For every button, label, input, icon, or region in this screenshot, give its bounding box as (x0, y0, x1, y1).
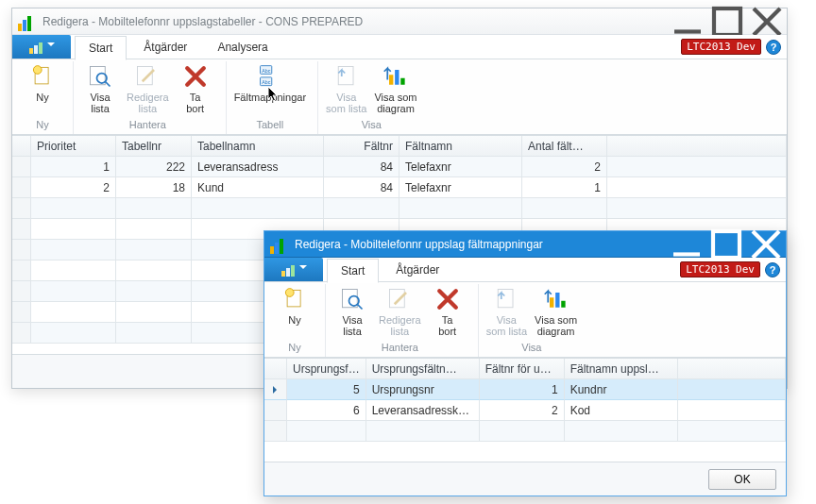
cell-filler (607, 177, 787, 198)
cell-faltnamn[interactable]: Telefaxnr (400, 177, 522, 198)
show-as-chart-button[interactable]: Visa somdiagram (531, 284, 581, 342)
cell-tabellnamn[interactable]: Leveransadress (192, 157, 324, 177)
cell-ursprf[interactable]: 5 (287, 379, 366, 400)
cell-ursprf[interactable]: 6 (287, 400, 366, 421)
ribbon: Ny Ny Visalista Redigeralista Tabort (264, 282, 786, 358)
tab-start[interactable]: Start (327, 259, 379, 283)
row-marker-header (264, 359, 287, 379)
close-button[interactable] (746, 231, 786, 258)
svg-point-5 (33, 66, 42, 75)
grid-area[interactable]: Ursprungsf… Ursprungsfältn… Fältnr för u… (264, 358, 786, 462)
cell-prioritet[interactable]: 1 (31, 157, 116, 177)
delete-x-icon (434, 286, 461, 312)
cell-faltnru[interactable]: 2 (480, 400, 565, 421)
edit-list-button[interactable]: Redigeralista (123, 61, 173, 119)
show-as-list-button[interactable]: Visasom lista (322, 61, 370, 119)
row-marker (12, 177, 31, 198)
ribbon-group-tabell: AbcAbc Fältmappningar Tabell (227, 61, 318, 134)
table-row[interactable]: 2 18 Kund 84 Telefaxnr 1 (12, 177, 787, 198)
ribbon-group-visa: Visasom lista Visa somdiagram Visa (479, 284, 588, 357)
col-faltnr[interactable]: Fältnr (324, 136, 400, 157)
help-icon[interactable]: ? (765, 262, 780, 277)
titlebar[interactable]: Redigera - Mobiltelefonnr uppslag fältma… (264, 231, 786, 258)
minimize-button[interactable] (668, 8, 707, 35)
cell-faltnru[interactable]: 1 (480, 379, 565, 400)
view-list-button[interactable]: Visalista (77, 61, 123, 119)
file-menu-button[interactable] (264, 258, 323, 281)
cell-tabellnr[interactable]: 18 (116, 177, 192, 198)
cell-antal[interactable]: 2 (522, 157, 607, 177)
col-prioritet[interactable]: Prioritet (31, 136, 116, 157)
view-list-button[interactable]: Visalista (330, 284, 375, 342)
cell-tabellnr[interactable]: 222 (116, 157, 192, 177)
cell-ursprfn[interactable]: Ursprungsnr (366, 379, 480, 400)
cell-faltnr[interactable]: 84 (324, 157, 400, 177)
svg-rect-19 (713, 231, 740, 258)
file-menu-button[interactable] (12, 35, 71, 59)
btn-label: Redigeralista (379, 314, 421, 337)
cell-antal[interactable]: 1 (522, 177, 607, 198)
table-row[interactable] (12, 198, 787, 219)
btn-label: Ny (36, 92, 48, 103)
svg-text:Abc: Abc (262, 79, 270, 85)
edit-list-button[interactable]: Redigeralista (375, 284, 425, 342)
ok-button[interactable]: OK (708, 469, 776, 490)
col-faltnru[interactable]: Fältnr för u… (480, 359, 565, 379)
tab-analyse[interactable]: Analysera (204, 35, 280, 59)
delete-button[interactable]: Tabort (425, 284, 470, 342)
delete-button[interactable]: Tabort (173, 61, 218, 119)
new-button[interactable]: Ny (272, 284, 317, 342)
group-label: Ny (20, 119, 65, 134)
table-row[interactable]: 6 Leveransadressk… 2 Kod (264, 400, 786, 421)
show-as-chart-button[interactable]: Visa somdiagram (370, 61, 420, 119)
ribbon-group-hantera: Visalista Redigeralista Tabort Hantera (326, 284, 479, 357)
table-row[interactable]: 1 222 Leveransadress 84 Telefaxnr 2 (12, 157, 787, 177)
col-ursprfn[interactable]: Ursprungsfältn… (366, 359, 480, 379)
cell-faltnamn[interactable]: Telefaxnr (400, 157, 522, 177)
svg-rect-15 (389, 75, 393, 85)
cell-filler (678, 379, 786, 400)
tab-actions[interactable]: Åtgärder (130, 35, 200, 59)
maximize-button[interactable] (706, 231, 746, 258)
data-grid[interactable]: Ursprungsf… Ursprungsfältn… Fältnr för u… (264, 359, 786, 442)
cell-ursprfn[interactable]: Leveransadressk… (366, 400, 480, 421)
cell-faltnamnu[interactable]: Kundnr (565, 379, 678, 400)
row-marker-header (12, 136, 31, 157)
btn-label: Redigeralista (127, 92, 169, 114)
tab-actions[interactable]: Åtgärder (382, 258, 452, 282)
group-label: Ny (272, 342, 317, 357)
cell-tabellnamn[interactable]: Kund (192, 177, 324, 198)
cell-faltnamnu[interactable]: Kod (565, 400, 678, 421)
new-button[interactable]: Ny (20, 61, 65, 119)
cell-faltnr[interactable]: 84 (324, 177, 400, 198)
menu-bar: Start Åtgärder Analysera LTC2013 Dev ? (12, 35, 787, 59)
close-button[interactable] (747, 8, 787, 35)
cell-prioritet[interactable]: 2 (31, 177, 116, 198)
table-row[interactable] (264, 421, 786, 442)
pencil-list-icon (386, 286, 413, 312)
col-ursprf[interactable]: Ursprungsf… (287, 359, 366, 379)
col-faltnamn[interactable]: Fältnamn (400, 136, 522, 157)
maximize-button[interactable] (707, 8, 747, 35)
col-tabellnamn[interactable]: Tabellnamn (192, 136, 324, 157)
btn-label: Visasom lista (486, 314, 527, 337)
group-label: Tabell (230, 119, 310, 134)
window-title: Redigera - Mobiltelefonnr uppslagstabell… (42, 15, 363, 28)
btn-label: Visalista (90, 92, 110, 114)
help-icon[interactable]: ? (766, 40, 781, 55)
col-faltnamnu[interactable]: Fältnamn uppsl… (565, 359, 678, 379)
col-antal[interactable]: Antal fält… (522, 136, 607, 157)
show-as-list-button[interactable]: Visasom lista (483, 284, 531, 342)
table-row[interactable]: 5 Ursprungsnr 1 Kundnr (264, 379, 786, 400)
svg-rect-9 (138, 67, 153, 85)
group-label: Visa (322, 119, 420, 134)
header-row: Ursprungsf… Ursprungsfältn… Fältnr för u… (264, 359, 786, 379)
ribbon-group-hantera: Visalista Redigeralista Tabort Hantera (74, 61, 227, 134)
svg-rect-14 (338, 67, 353, 85)
svg-rect-31 (561, 301, 565, 308)
field-mappings-button[interactable]: AbcAbc Fältmappningar (230, 61, 310, 119)
tab-start[interactable]: Start (75, 36, 127, 60)
col-tabellnr[interactable]: Tabellnr (116, 136, 192, 157)
titlebar[interactable]: Redigera - Mobiltelefonnr uppslagstabell… (12, 8, 787, 35)
minimize-button[interactable] (667, 231, 706, 258)
